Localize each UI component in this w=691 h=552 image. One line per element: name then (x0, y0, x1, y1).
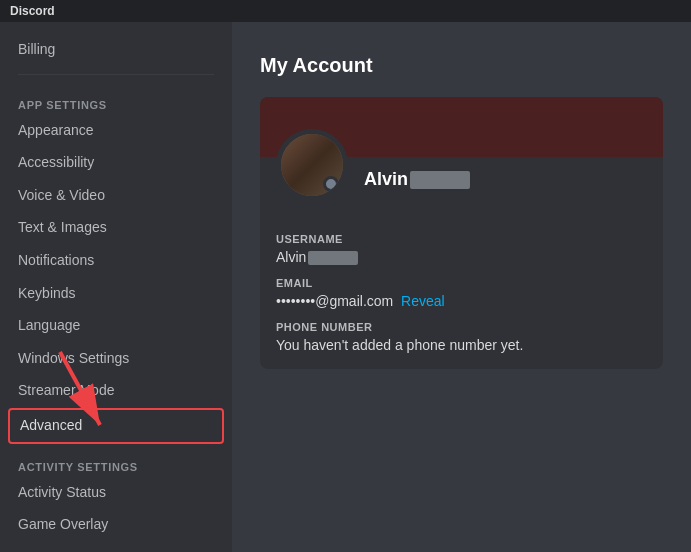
sidebar-item-notifications[interactable]: Notifications (8, 245, 224, 277)
sidebar-item-streamer-mode[interactable]: Streamer Mode (8, 375, 224, 407)
sidebar-item-keybinds[interactable]: Keybinds (8, 278, 224, 310)
username-blurred (308, 251, 358, 265)
sidebar-item-windows-settings[interactable]: Windows Settings (8, 343, 224, 375)
sidebar: Billing APP SETTINGS Appearance Accessib… (0, 22, 232, 552)
reveal-link[interactable]: Reveal (401, 293, 445, 309)
account-info-row: Alvin (260, 129, 663, 213)
account-fields: USERNAME Alvin EMAIL ••••••••@gmail.com … (260, 213, 663, 369)
app-title: Discord (10, 4, 55, 18)
sidebar-item-activity-status[interactable]: Activity Status (8, 477, 224, 509)
sidebar-item-advanced[interactable]: Advanced (8, 408, 224, 444)
sidebar-divider (18, 74, 214, 75)
sidebar-item-language[interactable]: Language (8, 310, 224, 342)
username-text: Alvin (276, 249, 306, 265)
sidebar-section-activity-settings: ACTIVITY SETTINGS (8, 445, 224, 477)
email-masked: ••••••••@gmail.com (276, 293, 393, 309)
email-label: EMAIL (276, 277, 647, 289)
sidebar-item-appearance[interactable]: Appearance (8, 115, 224, 147)
phone-label: PHONE NUMBER (276, 321, 647, 333)
sidebar-item-voice-video[interactable]: Voice & Video (8, 180, 224, 212)
right-panel: My Account Alvin USERNAME Alvin EMAIL (232, 22, 691, 552)
main-content: Billing APP SETTINGS Appearance Accessib… (0, 22, 691, 552)
sidebar-item-game-overlay[interactable]: Game Overlay (8, 509, 224, 541)
sidebar-item-billing[interactable]: Billing (8, 34, 224, 66)
sidebar-item-text-images[interactable]: Text & Images (8, 212, 224, 244)
email-value: ••••••••@gmail.com Reveal (276, 293, 647, 309)
title-bar: Discord (0, 0, 691, 22)
sidebar-section-app-settings: APP SETTINGS (8, 83, 224, 115)
display-name-text: Alvin (364, 169, 408, 189)
username-label: USERNAME (276, 233, 647, 245)
account-card: Alvin USERNAME Alvin EMAIL ••••••••@gmai… (260, 97, 663, 369)
sidebar-item-accessibility[interactable]: Accessibility (8, 147, 224, 179)
page-title: My Account (260, 54, 663, 77)
account-display-name: Alvin (364, 169, 470, 190)
avatar-status (323, 176, 339, 192)
phone-value: You haven't added a phone number yet. (276, 337, 647, 353)
avatar (276, 129, 348, 201)
username-value: Alvin (276, 249, 647, 265)
display-name-blurred (410, 171, 470, 189)
